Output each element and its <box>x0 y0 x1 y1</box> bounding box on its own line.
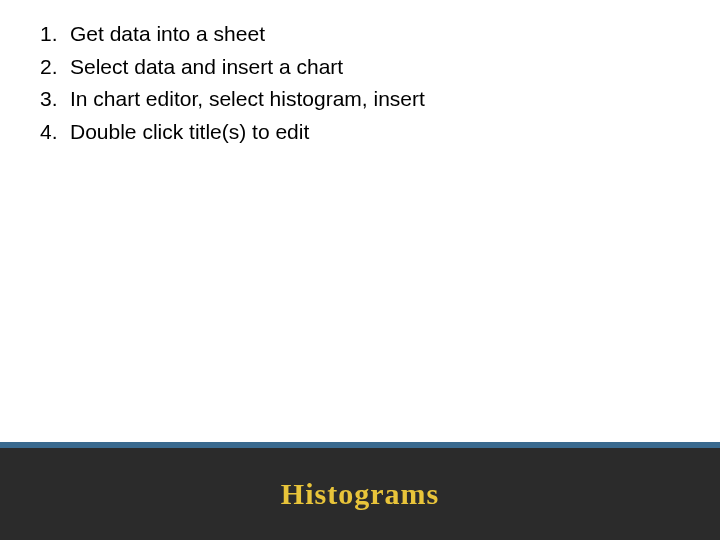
list-text: Select data and insert a chart <box>70 51 680 84</box>
list-number: 4. <box>40 116 70 149</box>
list-number: 3. <box>40 83 70 116</box>
list-item: 3. In chart editor, select histogram, in… <box>40 83 680 116</box>
footer-bar: Histograms <box>0 448 720 540</box>
list-text: Double click title(s) to edit <box>70 116 680 149</box>
list-number: 2. <box>40 51 70 84</box>
list-number: 1. <box>40 18 70 51</box>
list-item: 4. Double click title(s) to edit <box>40 116 680 149</box>
instruction-list: 1. Get data into a sheet 2. Select data … <box>40 18 680 148</box>
content-area: 1. Get data into a sheet 2. Select data … <box>0 0 720 166</box>
list-text: In chart editor, select histogram, inser… <box>70 83 680 116</box>
list-text: Get data into a sheet <box>70 18 680 51</box>
footer-title: Histograms <box>281 477 439 511</box>
list-item: 1. Get data into a sheet <box>40 18 680 51</box>
list-item: 2. Select data and insert a chart <box>40 51 680 84</box>
